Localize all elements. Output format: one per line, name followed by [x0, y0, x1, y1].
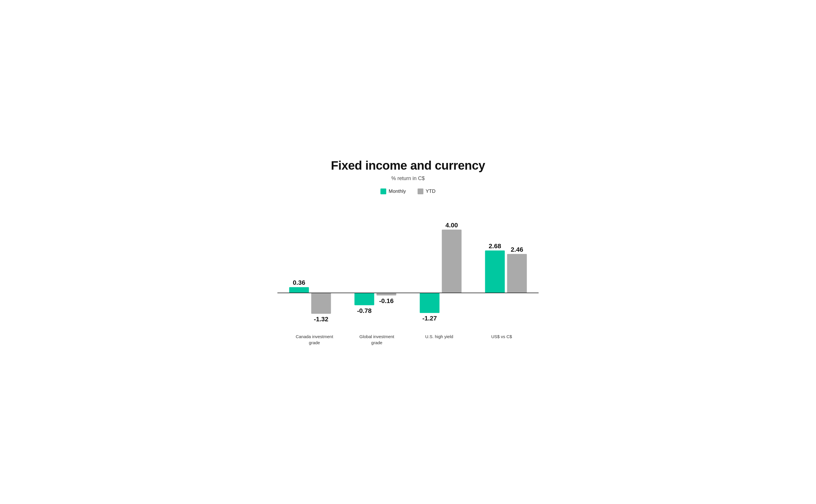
- svg-text:-0.78: -0.78: [357, 307, 371, 314]
- ytd-swatch: [418, 188, 424, 194]
- chart-area: 0.36-1.32-0.78-0.16-1.274.002.682.46: [277, 206, 539, 329]
- legend-item-ytd: YTD: [418, 188, 436, 194]
- svg-rect-6: [377, 293, 396, 295]
- x-axis-labels: Canada investmentgradeGlobal investmentg…: [277, 333, 539, 346]
- svg-text:2.68: 2.68: [489, 242, 501, 249]
- svg-rect-14: [507, 254, 527, 293]
- chart-legend: Monthly YTD: [277, 188, 539, 194]
- svg-text:0.36: 0.36: [293, 279, 305, 286]
- svg-text:4.00: 4.00: [446, 221, 458, 229]
- svg-rect-2: [311, 293, 331, 314]
- legend-item-monthly: Monthly: [380, 188, 406, 194]
- svg-rect-10: [442, 229, 462, 293]
- x-label-canada-investment-grade: Canada investmentgrade: [283, 333, 345, 346]
- svg-rect-4: [354, 293, 374, 305]
- svg-text:-1.27: -1.27: [422, 315, 437, 322]
- svg-text:-0.16: -0.16: [379, 297, 393, 304]
- svg-text:2.46: 2.46: [511, 246, 523, 253]
- svg-text:-1.32: -1.32: [314, 316, 328, 323]
- monthly-swatch: [380, 188, 386, 194]
- x-label-usd-vs-cad: US$ vs C$: [471, 333, 533, 346]
- svg-rect-0: [289, 287, 309, 293]
- chart-container: Fixed income and currency % return in C$…: [277, 159, 539, 346]
- x-label-us-high-yield: U.S. high yield: [408, 333, 471, 346]
- svg-rect-12: [485, 250, 505, 293]
- chart-subtitle: % return in C$: [277, 175, 539, 182]
- monthly-label: Monthly: [388, 188, 406, 194]
- chart-title: Fixed income and currency: [277, 159, 539, 173]
- x-label-global-investment-grade: Global investmentgrade: [345, 333, 408, 346]
- ytd-label: YTD: [426, 188, 436, 194]
- chart-svg: 0.36-1.32-0.78-0.16-1.274.002.682.46: [277, 206, 539, 328]
- svg-rect-8: [420, 293, 440, 313]
